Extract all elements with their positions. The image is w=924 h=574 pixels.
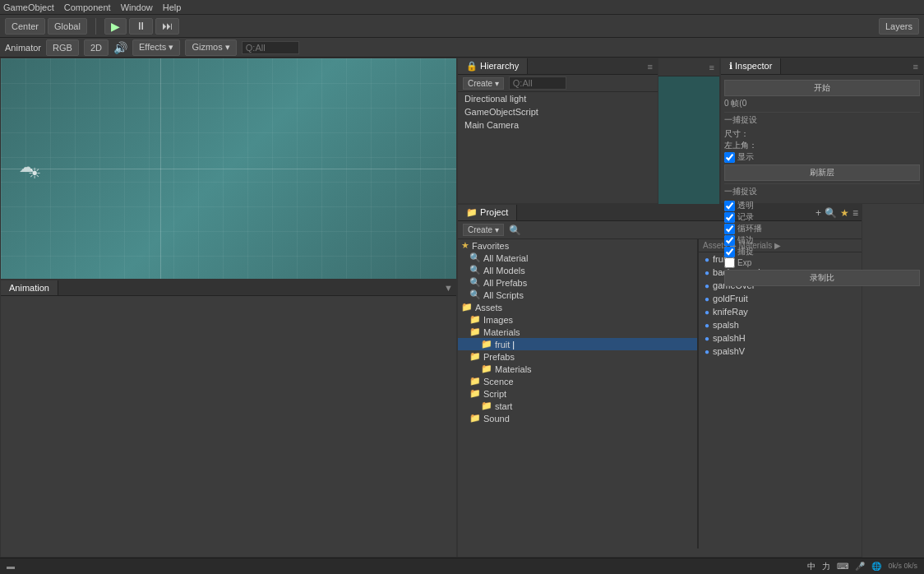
- capture-checkbox[interactable]: [724, 247, 735, 257]
- audio-icon[interactable]: 🔊: [113, 41, 127, 54]
- all-models-label: All Models: [483, 266, 525, 275]
- assets-sound[interactable]: 📁 Sound: [458, 412, 698, 424]
- asset-kniferay-icon: ●: [705, 308, 709, 317]
- asset-fruit-icon: ●: [705, 255, 709, 264]
- hierarchy-create-button[interactable]: Create ▾: [463, 77, 504, 90]
- menu-component[interactable]: Component: [64, 2, 111, 12]
- rgb-button[interactable]: RGB: [46, 39, 79, 56]
- loop-row: 循环播: [724, 223, 920, 234]
- inspector-menu-icon[interactable]: ≡: [908, 60, 923, 73]
- hierarchy-search-input[interactable]: [509, 76, 566, 90]
- record-label: 记录: [737, 211, 754, 223]
- effects-button[interactable]: Effects ▾: [132, 39, 180, 56]
- transparent-checkbox[interactable]: [724, 201, 735, 211]
- favorites-all-scripts[interactable]: 🔍 All Scripts: [458, 289, 698, 301]
- size-label: 尺寸：: [724, 128, 920, 140]
- show-checkbox-row: 显示: [724, 151, 920, 163]
- status-icon-zh: 中: [807, 561, 815, 572]
- pause-button[interactable]: ⏸: [129, 18, 153, 35]
- exp-checkbox[interactable]: [724, 257, 735, 268]
- favorites-label: Favorites: [472, 241, 509, 251]
- all-prefabs-label: All Prefabs: [483, 278, 527, 288]
- hierarchy-item-main-camera[interactable]: Main Camera: [458, 118, 658, 132]
- assets-script[interactable]: 📁 Script: [458, 387, 698, 400]
- script-start[interactable]: 📁 start: [458, 400, 698, 412]
- asset-spalsh-icon: ●: [705, 321, 709, 330]
- step-button[interactable]: ⏭: [155, 18, 179, 35]
- favorites-section-header[interactable]: ★ Favorites: [458, 239, 698, 252]
- main-toolbar: Center Global ▶ ⏸ ⏭ Layers: [0, 15, 924, 38]
- assets-images[interactable]: 📁 Images: [458, 313, 698, 326]
- folder-icon-project: 📁: [466, 207, 478, 217]
- exp-row: Exp: [724, 257, 920, 268]
- asset-spalsh[interactable]: ● spalsh: [698, 318, 862, 331]
- favorites-all-material[interactable]: 🔍 All Material: [458, 252, 698, 264]
- menu-window[interactable]: Window: [121, 2, 153, 12]
- scene-cloud-icon: ☁: [19, 158, 34, 176]
- inspector-tabs: ℹ Inspector ≡: [721, 58, 923, 75]
- asset-kniferay[interactable]: ● knifeRay: [698, 305, 862, 318]
- favorites-all-models[interactable]: 🔍 All Models: [458, 264, 698, 276]
- refresh-btn[interactable]: 刷新层: [724, 164, 920, 181]
- show-checkbox[interactable]: [724, 152, 735, 163]
- asset-goldfruit[interactable]: ● goldFruit: [698, 292, 862, 305]
- menu-help[interactable]: Help: [163, 2, 182, 12]
- asset-backgorund-icon: ●: [705, 268, 709, 277]
- animation-dropdown-icon[interactable]: ▼: [441, 281, 456, 294]
- assets-folder-icon: 📁: [461, 302, 473, 312]
- hierarchy-tab[interactable]: 🔒 Hierarchy: [458, 58, 528, 74]
- scene-content[interactable]: ☀ ☁: [1, 58, 456, 279]
- capture-row: 捕捉: [724, 246, 920, 257]
- 2d-button[interactable]: 2D: [84, 39, 109, 56]
- assets-prefabs[interactable]: 📁 Prefabs: [458, 350, 698, 363]
- play-button[interactable]: ▶: [104, 18, 127, 35]
- record-checkbox[interactable]: [724, 212, 735, 223]
- transform-group: Center Global: [5, 18, 87, 35]
- counter-display: 0 帧(0: [724, 98, 920, 109]
- hierarchy-list: Directional light GameObjectScript Main …: [458, 92, 658, 132]
- lock-icon: 🔒: [466, 61, 478, 71]
- script-folder-icon: 📁: [469, 388, 481, 399]
- scene-toolbar: Animator RGB 2D 🔊 Effects ▾ Gizmos ▾: [0, 38, 924, 58]
- hierarchy-menu-icon[interactable]: ≡: [643, 60, 658, 73]
- status-right-area: 中 力 ⌨ 🎤 🌐 0k/s 0k/s: [807, 561, 917, 572]
- prefabs-materials[interactable]: 📁 Materials: [458, 363, 698, 375]
- assets-root[interactable]: 📁 Assets: [458, 301, 698, 313]
- game-panel-menu-icon[interactable]: ≡: [709, 62, 714, 72]
- asset-spalshh[interactable]: ● spalshH: [698, 331, 862, 345]
- status-icon-keyboard: ⌨: [837, 562, 848, 571]
- anchor-checkbox[interactable]: [724, 235, 735, 246]
- assets-materials-fruit[interactable]: 📁 fruit |: [458, 338, 698, 350]
- loop-checkbox[interactable]: [724, 224, 735, 234]
- inspector-start-btn[interactable]: 开始: [724, 80, 920, 96]
- layers-button[interactable]: Layers: [879, 18, 919, 35]
- record-ratio-btn[interactable]: 录制比: [724, 270, 920, 286]
- center-button[interactable]: Center: [5, 18, 45, 35]
- capture-section-2: 一捕捉设: [724, 183, 920, 197]
- gizmos-button[interactable]: Gizmos ▾: [185, 39, 236, 56]
- show-label: 显示: [737, 151, 754, 163]
- asset-spalshv[interactable]: ● spalshV: [698, 345, 862, 358]
- asset-goldfruit-label: goldFruit: [713, 294, 748, 303]
- favorites-all-prefabs[interactable]: 🔍 All Prefabs: [458, 276, 698, 289]
- project-create-btn[interactable]: Create ▾: [463, 224, 504, 236]
- hierarchy-item-gameobjectscript[interactable]: GameObjectScript: [458, 105, 658, 118]
- scene-search-input[interactable]: [242, 41, 299, 54]
- inspector-tab[interactable]: ℹ Inspector: [721, 58, 781, 74]
- transparent-row: 透明: [724, 200, 920, 211]
- assets-materials[interactable]: 📁 Materials: [458, 326, 698, 338]
- assets-scence[interactable]: 📁 Scence: [458, 375, 698, 387]
- prefabs-label: Prefabs: [483, 352, 515, 362]
- status-icon-globe: 🌐: [871, 562, 881, 571]
- global-button[interactable]: Global: [48, 18, 87, 35]
- hierarchy-panel: 🔒 Hierarchy ≡ Create ▾ Directional light…: [457, 58, 658, 204]
- project-search-bar-icon[interactable]: 🔍: [509, 225, 521, 236]
- script-label: Script: [483, 389, 506, 399]
- menu-gameobject[interactable]: GameObject: [3, 2, 54, 12]
- images-label: Images: [483, 315, 513, 325]
- animation-tab[interactable]: Animation: [1, 280, 58, 295]
- project-tab[interactable]: 📁 Project: [458, 205, 517, 220]
- images-folder-icon: 📁: [469, 314, 481, 325]
- sound-folder-icon: 📁: [469, 413, 481, 424]
- hierarchy-item-directional-light[interactable]: Directional light: [458, 92, 658, 105]
